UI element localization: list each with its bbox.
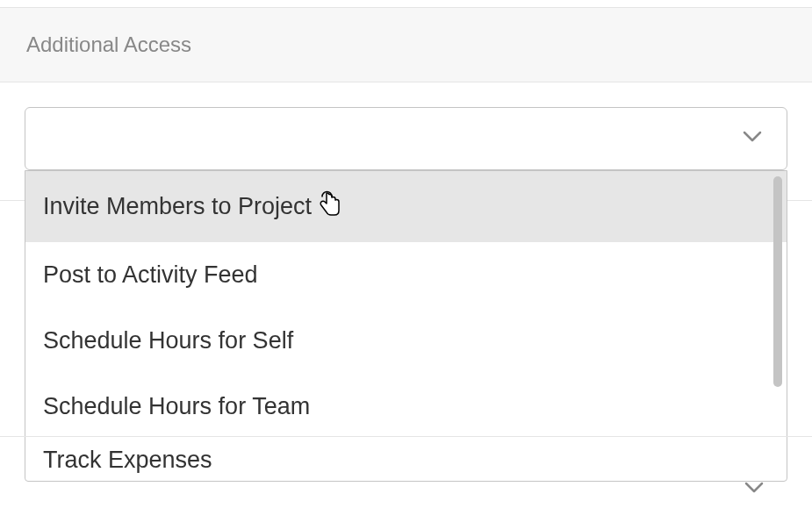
content-area: Invite Members to Project Post to Activi… [0, 82, 812, 170]
dropdown-option-schedule-self[interactable]: Schedule Hours for Self [25, 308, 787, 374]
dropdown-option-label: Schedule Hours for Self [43, 327, 293, 354]
scrollbar-track[interactable] [771, 173, 785, 479]
dropdown-option-post-activity[interactable]: Post to Activity Feed [25, 242, 787, 308]
dropdown-option-schedule-team[interactable]: Schedule Hours for Team [25, 374, 787, 440]
access-select[interactable] [25, 107, 787, 170]
section-header: Additional Access [0, 7, 812, 82]
pointer-cursor-icon [319, 190, 341, 223]
chevron-down-icon [743, 131, 762, 147]
divider [0, 436, 812, 437]
dropdown-option-track-expenses[interactable]: Track Expenses [25, 440, 787, 481]
dropdown-list: Invite Members to Project Post to Activi… [25, 171, 787, 481]
dropdown-option-invite-members[interactable]: Invite Members to Project [25, 171, 787, 242]
dropdown-option-label: Schedule Hours for Team [43, 393, 310, 420]
chevron-down-icon [744, 482, 764, 497]
dropdown-panel: Invite Members to Project Post to Activi… [25, 170, 787, 482]
dropdown-option-label: Post to Activity Feed [43, 261, 258, 289]
scrollbar-thumb[interactable] [773, 176, 782, 387]
dropdown-option-label: Track Expenses [43, 447, 212, 474]
dropdown-option-label: Invite Members to Project [43, 193, 312, 220]
section-title: Additional Access [26, 32, 786, 57]
